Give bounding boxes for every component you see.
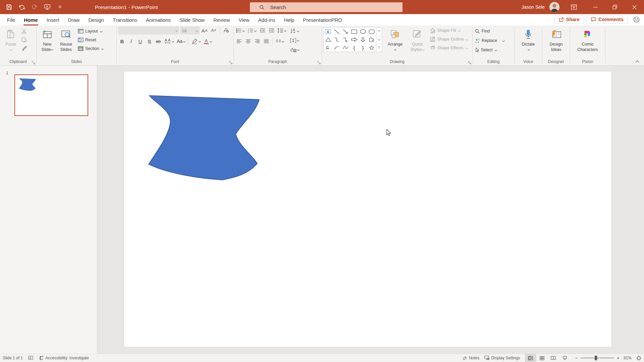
text-shadow-button[interactable]: S — [145, 37, 153, 45]
user-name[interactable]: Jason Sele — [522, 4, 545, 10]
shape-star[interactable] — [367, 44, 376, 52]
shape-effects-button[interactable]: Shape Effects — [429, 44, 469, 52]
find-button[interactable]: Find — [474, 27, 513, 35]
comic-characters-button[interactable]: Comic Characters — [574, 26, 602, 57]
decrease-indent-button[interactable] — [258, 26, 266, 35]
underline-button[interactable]: U — [136, 37, 144, 45]
line-spacing-button[interactable] — [276, 26, 287, 35]
clipboard-dialog-launcher-icon[interactable] — [32, 61, 35, 64]
shape-curve[interactable] — [341, 44, 350, 52]
save-icon[interactable] — [4, 2, 14, 12]
paragraph-dialog-launcher-icon[interactable] — [317, 61, 321, 64]
align-text-button[interactable] — [289, 36, 300, 44]
reuse-slides-button[interactable]: Reuse Slides — [57, 26, 75, 57]
align-left-button[interactable] — [235, 37, 243, 45]
clear-formatting-button[interactable] — [222, 26, 230, 35]
tab-animations[interactable]: Animations — [142, 14, 175, 25]
change-case-button[interactable]: Aa — [176, 37, 186, 45]
zoom-out-button[interactable]: − — [575, 355, 578, 361]
replace-button[interactable]: bc Replace — [474, 37, 513, 45]
shape-right-brace[interactable]: } — [359, 44, 367, 52]
reading-view-button[interactable] — [548, 354, 559, 362]
shape-oval[interactable] — [359, 27, 367, 36]
quick-styles-button[interactable]: Quick Styles — [408, 26, 426, 57]
close-button[interactable] — [625, 0, 644, 14]
new-slide-button[interactable]: New Slide — [38, 26, 57, 57]
tab-design[interactable]: Design — [84, 14, 108, 25]
ribbon-display-options-icon[interactable] — [568, 0, 580, 14]
select-button[interactable]: Select — [474, 46, 513, 54]
feedback-smiley-icon[interactable] — [632, 15, 641, 24]
tab-slide-show[interactable]: Slide Show — [175, 14, 209, 25]
restore-button[interactable] — [605, 0, 625, 14]
minimize-button[interactable] — [586, 0, 605, 14]
shape-rounded-rectangle[interactable] — [367, 27, 376, 36]
tab-presentationpro[interactable]: PresentationPRO — [299, 14, 346, 25]
shapes-gallery-scrollbar[interactable] — [376, 27, 382, 52]
slide-canvas[interactable] — [97, 66, 644, 354]
columns-button[interactable] — [275, 37, 285, 45]
drawing-dialog-launcher-icon[interactable] — [468, 61, 471, 64]
arrange-button[interactable]: Arrange — [385, 26, 406, 57]
zoom-level[interactable]: 91% — [624, 356, 632, 360]
shape-freeform[interactable] — [367, 36, 376, 44]
shape-fill-button[interactable]: Shape Fill — [429, 26, 469, 35]
highlight-color-button[interactable] — [191, 37, 202, 45]
zoom-slider[interactable] — [581, 358, 614, 358]
character-spacing-button[interactable] — [163, 37, 175, 45]
undo-button[interactable] — [17, 2, 27, 12]
comments-button[interactable]: Comments — [587, 15, 628, 24]
dictate-button[interactable]: Dictate — [519, 26, 538, 57]
reset-button[interactable]: Reset — [77, 36, 104, 44]
copy-button[interactable] — [20, 36, 28, 44]
notes-button[interactable]: Notes — [462, 356, 479, 360]
design-ideas-button[interactable]: Design Ideas — [547, 26, 566, 57]
increase-indent-button[interactable] — [267, 26, 275, 35]
accessibility-status[interactable]: Accessibility: Investigate — [39, 356, 89, 360]
shape-line[interactable] — [332, 27, 341, 36]
tab-help[interactable]: Help — [279, 14, 299, 25]
slide-show-view-button[interactable] — [559, 354, 571, 362]
shape-arrow[interactable] — [341, 27, 350, 36]
slide-counter[interactable]: Slide 1 of 1 — [3, 356, 23, 360]
align-right-button[interactable] — [253, 37, 261, 45]
convert-to-smartart-button[interactable] — [289, 46, 300, 54]
paste-button[interactable]: Paste — [1, 26, 20, 57]
shape-arc[interactable] — [332, 44, 341, 52]
shape-text-box[interactable]: A — [324, 27, 332, 36]
layout-button[interactable]: Layout — [77, 27, 104, 35]
customize-qat-chevron-icon[interactable] — [55, 2, 65, 12]
increase-font-size-button[interactable]: A˄ — [201, 26, 209, 35]
italic-button[interactable]: I — [127, 37, 135, 45]
text-direction-button[interactable]: A — [289, 27, 300, 35]
freeform-shape[interactable] — [144, 90, 265, 188]
bullets-button[interactable] — [235, 26, 246, 35]
slide-sorter-view-button[interactable] — [536, 354, 548, 362]
shape-down-arrow[interactable] — [359, 36, 367, 44]
zoom-slider-thumb[interactable] — [595, 356, 597, 360]
shape-right-arrow[interactable] — [350, 36, 359, 44]
display-settings-button[interactable]: Display Settings — [484, 356, 520, 360]
justify-button[interactable] — [262, 37, 270, 45]
tab-review[interactable]: Review — [209, 14, 234, 25]
decrease-font-size-button[interactable]: A˅ — [210, 26, 218, 35]
spell-check-icon[interactable] — [28, 356, 33, 360]
tab-insert[interactable]: Insert — [42, 14, 64, 25]
collapse-ribbon-icon[interactable] — [635, 60, 639, 63]
redo-button[interactable] — [30, 2, 40, 12]
shape-elbow-connector[interactable] — [332, 36, 341, 44]
font-name-combobox[interactable] — [118, 26, 179, 35]
format-painter-button[interactable] — [20, 45, 28, 53]
align-center-button[interactable] — [244, 37, 252, 45]
font-size-combobox[interactable]: 18 — [180, 26, 200, 35]
slide-thumbnail[interactable] — [14, 74, 88, 116]
tab-home[interactable]: Home — [19, 14, 42, 25]
zoom-in-button[interactable]: + — [617, 355, 620, 361]
cut-button[interactable] — [20, 27, 28, 35]
bold-button[interactable]: B — [118, 37, 126, 45]
tab-view[interactable]: View — [234, 14, 254, 25]
tab-draw[interactable]: Draw — [63, 14, 84, 25]
search-input[interactable]: Search — [250, 2, 402, 12]
slide[interactable] — [124, 71, 611, 347]
shape-scribble[interactable] — [324, 44, 332, 52]
